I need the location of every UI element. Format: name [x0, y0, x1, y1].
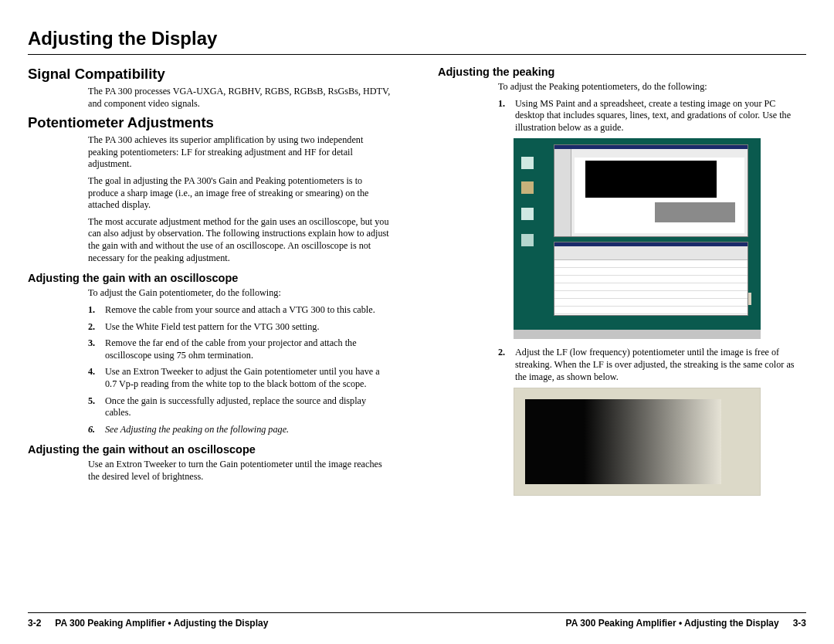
footer-row: 3-2 PA 300 Peaking Amplifier • Adjusting… [28, 618, 806, 629]
taskbar [514, 330, 761, 339]
step-text: Remove the cable from your source and at… [105, 304, 393, 317]
peaking-steps-2: 2.Adjust the LF (low frequency) potentio… [498, 347, 803, 383]
page-number-left: 3-2 [28, 618, 41, 629]
step6-ref: Adjusting the peaking [120, 424, 202, 435]
step6-pre: See [105, 424, 120, 435]
heading-gain-without-oscilloscope: Adjusting the gain without an oscillosco… [28, 443, 396, 456]
figure-streaking-sample [514, 388, 806, 496]
step-6: 6. See Adjusting the peaking on the foll… [88, 424, 393, 436]
gradient-image [514, 388, 761, 496]
peaking-step-2: 2.Adjust the LF (low frequency) potentio… [498, 347, 803, 383]
peaking-intro: To adjust the Peaking potentiometers, do… [498, 81, 803, 93]
step-1: 1.Remove the cable from your source and … [88, 304, 393, 317]
step-number: 4. [88, 366, 105, 390]
footer-rule [28, 612, 806, 613]
chapter-title: Adjusting the Display [28, 28, 806, 49]
gain-osc-steps: 1.Remove the cable from your source and … [88, 304, 393, 436]
step-number: 1. [498, 98, 515, 134]
potentiometer-p2: The goal in adjusting the PA 300's Gain … [88, 175, 393, 212]
heading-adjusting-peaking: Adjusting the peaking [438, 66, 806, 78]
title-rule [28, 54, 806, 55]
footer-text-right: PA 300 Peaking Amplifier • Adjusting the… [566, 618, 779, 629]
step-number: 5. [88, 395, 105, 419]
gray-rectangle [655, 202, 735, 222]
step-text: Use an Extron Tweeker to adjust the Gain… [105, 366, 393, 390]
step-text: Using MS Paint and a spreadsheet, create… [515, 98, 803, 134]
spreadsheet-grid [554, 260, 748, 315]
teal-desktop-image [514, 138, 761, 339]
potentiometer-p1: The PA 300 achieves its superior amplifi… [88, 134, 393, 171]
paint-toolbar [554, 149, 571, 236]
potentiometer-p3: The most accurate adjustment method for … [88, 216, 393, 264]
signal-compat-body: The PA 300 processes VGA-UXGA, RGBHV, RG… [88, 86, 393, 110]
figure-desktop-screenshot [514, 138, 806, 339]
step6-post: on the following page. [202, 424, 289, 435]
page-footer: 3-2 PA 300 Peaking Amplifier • Adjusting… [28, 612, 806, 629]
column-left: Signal Compatibility The PA 300 processe… [28, 63, 396, 503]
step-3: 3.Remove the far end of the cable from y… [88, 337, 393, 361]
step-number: 3. [88, 337, 105, 361]
step-4: 4.Use an Extron Tweeker to adjust the Ga… [88, 366, 393, 390]
step-text: Remove the far end of the cable from you… [105, 337, 393, 361]
paint-canvas [575, 158, 744, 233]
heading-potentiometer-adjustments: Potentiometer Adjustments [28, 114, 396, 131]
gain-no-osc-body: Use an Extron Tweeker to turn the Gain p… [88, 459, 393, 483]
heading-gain-with-oscilloscope: Adjusting the gain with an oscilloscope [28, 272, 396, 284]
step-number: 6. [88, 424, 105, 436]
gain-osc-intro: To adjust the Gain potentiometer, do the… [88, 287, 393, 300]
step-text: Use the White Field test pattern for the… [105, 321, 393, 334]
heading-signal-compatibility: Signal Compatibility [28, 66, 396, 83]
step-number: 2. [498, 347, 515, 383]
footer-left: 3-2 PA 300 Peaking Amplifier • Adjusting… [28, 618, 268, 629]
step-5: 5.Once the gain is successfully adjusted… [88, 395, 393, 419]
two-column-layout: Signal Compatibility The PA 300 processe… [28, 63, 806, 503]
peaking-step-1: 1.Using MS Paint and a spreadsheet, crea… [498, 98, 803, 134]
step-2: 2.Use the White Field test pattern for t… [88, 321, 393, 334]
desktop-icon [521, 181, 534, 194]
step-text: Once the gain is successfully adjusted, … [105, 395, 393, 419]
column-right: Adjusting the peaking To adjust the Peak… [438, 63, 806, 503]
paint-window [554, 144, 748, 237]
step-text: Adjust the LF (low frequency) potentiome… [515, 347, 803, 383]
peaking-steps-1: 1.Using MS Paint and a spreadsheet, crea… [498, 98, 803, 134]
desktop-icon [521, 208, 534, 220]
step-number: 1. [88, 304, 105, 317]
step-text: See Adjusting the peaking on the followi… [105, 424, 393, 436]
spreadsheet-toolbar [554, 246, 748, 260]
black-rectangle [585, 161, 717, 198]
desktop-icon [521, 157, 534, 169]
step-number: 2. [88, 321, 105, 334]
desktop-icon [521, 234, 534, 246]
spreadsheet-window [554, 242, 748, 316]
footer-text-left: PA 300 Peaking Amplifier • Adjusting the… [55, 618, 268, 629]
black-to-light-gradient [525, 399, 721, 484]
page-number-right: 3-3 [793, 618, 806, 629]
footer-right: PA 300 Peaking Amplifier • Adjusting the… [566, 618, 806, 629]
